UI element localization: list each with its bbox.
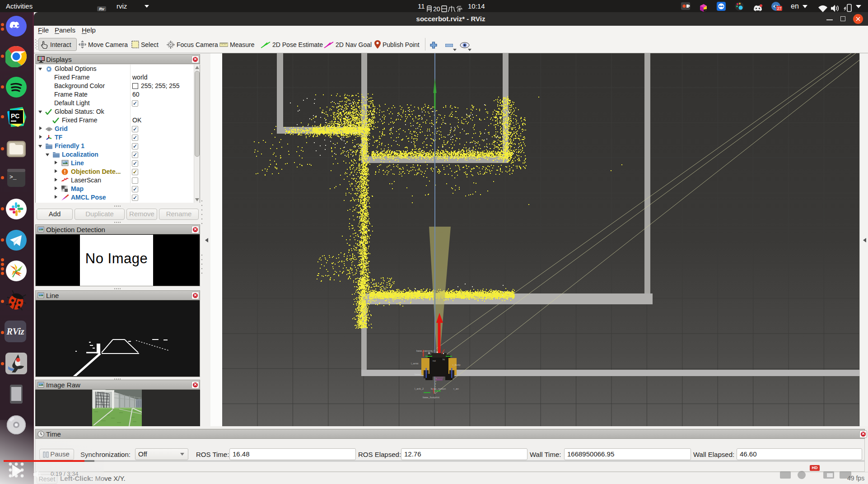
svg-text:Rv: Rv — [99, 7, 104, 11]
svg-text:rot: rot — [433, 359, 436, 362]
svg-text:l_ank_2: l_ank_2 — [415, 387, 424, 390]
svg-text:27: 27 — [777, 6, 782, 11]
svg-text:20: 20 — [433, 5, 440, 13]
svg-text:PC: PC — [11, 112, 19, 120]
svg-text:base_camera_f: base_camera_f — [416, 349, 434, 352]
svg-text:r_an: r_an — [453, 387, 459, 390]
svg-text:>_: >_ — [9, 174, 17, 181]
svg-text:RViz: RViz — [6, 326, 24, 336]
svg-text:ht: ht — [443, 358, 445, 361]
svg-text:base_l: base_l — [415, 373, 422, 376]
svg-text:l_wrist: l_wrist — [411, 362, 419, 365]
svg-text:base_footprint: base_footprint — [423, 396, 439, 399]
svg-text:r_body: r_body — [453, 363, 461, 366]
